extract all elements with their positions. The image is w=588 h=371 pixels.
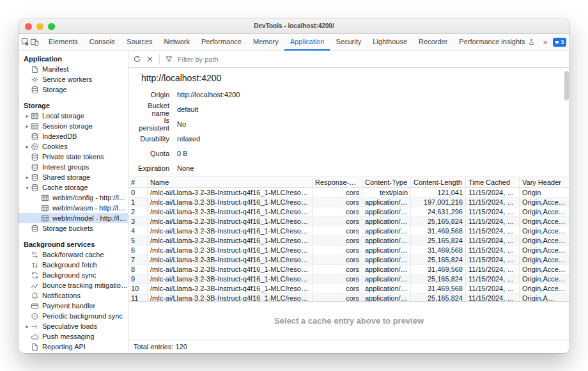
toolbar-divider — [159, 54, 160, 65]
tab-console[interactable]: Console — [84, 34, 121, 51]
sidebar-item-payment-handler[interactable]: Payment handler — [19, 301, 128, 311]
sidebar-item-push-messaging[interactable]: Push messaging — [19, 331, 128, 342]
table-cell: 11/15/2024, 10… — [466, 188, 520, 197]
sidebar-item-private-state-tokens[interactable]: Private state tokens — [19, 152, 128, 162]
sidebar-item-back-forward-cache[interactable]: Back/forward cache — [19, 249, 128, 260]
sidebar-item-label: Notifications — [42, 292, 81, 299]
table-row[interactable]: 2/mlc-ai/Llama-3.2-3B-Instruct-q4f16_1-M… — [128, 207, 569, 217]
table-cell: 197,001,216 — [411, 198, 466, 207]
table-cell: cors — [313, 207, 362, 216]
tab-performance[interactable]: Performance — [196, 34, 247, 51]
table-cell: /mlc-ai/Llama-3.2-3B-Instruct-q4f16_1-ML… — [148, 217, 313, 226]
column-header-[interactable]: # — [128, 177, 148, 187]
sidebar-item-speculative-loads[interactable]: ▸Speculative loads — [19, 321, 128, 331]
table-row[interactable]: 11/mlc-ai/Llama-3.2-3B-Instruct-q4f16_1-… — [128, 294, 569, 301]
column-header-content-type[interactable]: Content-Type — [362, 177, 411, 187]
chevron-right-icon[interactable]: ▸ — [24, 113, 31, 119]
table-cell: application/oc… — [362, 236, 411, 245]
sidebar-item-weblm-model-http-loc[interactable]: weblm/model - http://loc… — [19, 213, 128, 223]
delete-selected-button[interactable] — [146, 55, 154, 63]
zoom-button[interactable] — [48, 23, 55, 30]
sync-icon — [31, 271, 39, 280]
column-header-name[interactable]: Name — [148, 177, 313, 187]
tab-label: Console — [89, 38, 115, 45]
sidebar-item-periodic-background-sync[interactable]: Periodic background sync — [19, 311, 128, 321]
filter-input[interactable]: Filter by path — [178, 56, 219, 63]
sidebar-item-cache-storage[interactable]: ▾Cache storage — [19, 182, 128, 193]
table-row[interactable]: 10/mlc-ai/Llama-3.2-3B-Instruct-q4f16_1-… — [128, 284, 569, 294]
sidebar-item-interest-groups[interactable]: Interest groups — [19, 162, 128, 172]
table-cell: /mlc-ai/Llama-3.2-3B-Instruct-q4f16_1-ML… — [148, 207, 313, 216]
table-row[interactable]: 8/mlc-ai/Llama-3.2-3B-Instruct-q4f16_1-M… — [128, 265, 569, 274]
sidebar-item-shared-storage[interactable]: ▸Shared storage — [19, 172, 128, 182]
column-header-response-type[interactable]: Response-Type — [313, 177, 362, 187]
tab-recorder[interactable]: Recorder — [413, 34, 453, 51]
tab-performance-insights[interactable]: Performance insights — [453, 34, 540, 51]
table-row[interactable]: 6/mlc-ai/Llama-3.2-3B-Instruct-q4f16_1-M… — [128, 246, 569, 255]
table-row[interactable]: 4/mlc-ai/Llama-3.2-3B-Instruct-q4f16_1-M… — [128, 226, 569, 236]
tab-elements[interactable]: Elements — [43, 34, 84, 51]
more-tabs-button[interactable]: » — [543, 38, 548, 46]
table-row[interactable]: 0/mlc-ai/Llama-3.2-3B-Instruct-q4f16_1-M… — [128, 188, 569, 198]
sidebar-item-label: Session storage — [42, 122, 93, 130]
chevron-down-icon[interactable]: ▾ — [24, 185, 31, 191]
sidebar-item-service-workers[interactable]: Service workers — [19, 74, 128, 84]
table-row[interactable]: 1/mlc-ai/Llama-3.2-3B-Instruct-q4f16_1-M… — [128, 198, 569, 207]
table-cell: 1 — [128, 198, 148, 207]
sidebar-item-local-storage[interactable]: ▸Local storage — [19, 111, 128, 121]
close-button[interactable] — [25, 23, 32, 30]
bell-icon — [31, 292, 39, 300]
tab-network[interactable]: Network — [159, 34, 196, 51]
sidebar-item-background-fetch[interactable]: Background fetch — [19, 260, 128, 270]
table-cell: 11/15/2024, 10… — [466, 284, 520, 293]
table-cell: application/oc… — [362, 255, 411, 264]
column-header-time-cached[interactable]: Time Cached — [466, 177, 520, 187]
sidebar-section-title-application: Application — [19, 54, 128, 64]
tab-application[interactable]: Application — [284, 34, 330, 51]
vertical-scrollbar[interactable] — [564, 71, 569, 100]
sidebar-item-reporting-api[interactable]: Reporting API — [19, 342, 128, 352]
sidebar-item-storage[interactable]: Storage — [19, 84, 128, 95]
preview-pane: Select a cache entry above to preview — [128, 301, 569, 340]
minimize-button[interactable] — [36, 23, 43, 30]
devtools-tab-bar: ElementsConsoleSourcesNetworkPerformance… — [19, 34, 569, 51]
tab-memory[interactable]: Memory — [247, 34, 284, 51]
table-row[interactable]: 3/mlc-ai/Llama-3.2-3B-Instruct-q4f16_1-M… — [128, 217, 569, 226]
sidebar-item-background-sync[interactable]: Background sync — [19, 270, 128, 280]
table-cell: /mlc-ai/Llama-3.2-3B-Instruct-q4f16_1-ML… — [148, 246, 313, 255]
refresh-button[interactable] — [133, 55, 141, 63]
sidebar-item-session-storage[interactable]: ▸Session storage — [19, 121, 128, 131]
sidebar-item-label: IndexedDB — [42, 132, 77, 140]
sidebar-item-manifest[interactable]: Manifest — [19, 64, 128, 74]
issues-counter-button[interactable]: 3 — [553, 38, 566, 47]
tab-lighthouse[interactable]: Lighthouse — [367, 34, 413, 51]
tab-security[interactable]: Security — [330, 34, 367, 51]
database-icon — [31, 225, 39, 233]
sidebar-item-cookies[interactable]: ▸Cookies — [19, 141, 128, 152]
table-cell: 25,165,824 — [411, 274, 466, 283]
database-icon — [31, 184, 39, 192]
sidebar-item-indexeddb[interactable]: IndexedDB — [19, 131, 128, 141]
column-header-content-length[interactable]: Content-Length — [411, 177, 466, 187]
table-cell: cors — [313, 294, 362, 301]
inspect-cursor-icon — [21, 38, 30, 47]
chevron-right-icon[interactable]: ▸ — [24, 324, 31, 329]
chevron-right-icon[interactable]: ▸ — [24, 144, 31, 150]
table-icon — [31, 122, 39, 130]
table-row[interactable]: 5/mlc-ai/Llama-3.2-3B-Instruct-q4f16_1-M… — [128, 236, 569, 246]
chevron-right-icon[interactable]: ▸ — [24, 175, 31, 180]
sidebar-item-storage-buckets[interactable]: Storage buckets — [19, 223, 128, 233]
sidebar-item-weblm-config-http-loc[interactable]: weblm/config - http://loc… — [19, 193, 128, 203]
chevron-right-icon[interactable]: ▸ — [24, 123, 31, 129]
sidebar-item-bounce-tracking-mitigations[interactable]: Bounce tracking mitigations — [19, 280, 128, 290]
column-header-vary-header[interactable]: Vary Header — [520, 177, 569, 187]
table-row[interactable]: 9/mlc-ai/Llama-3.2-3B-Instruct-q4f16_1-M… — [128, 274, 569, 284]
tab-sources[interactable]: Sources — [121, 34, 158, 51]
inspect-element-button[interactable] — [21, 34, 30, 51]
sidebar-item-weblm-wasm-http-loca[interactable]: weblm/wasm - http://loca… — [19, 203, 128, 213]
table-row[interactable]: 7/mlc-ai/Llama-3.2-3B-Instruct-q4f16_1-M… — [128, 255, 569, 265]
device-toolbar-button[interactable] — [30, 34, 39, 51]
sidebar-item-notifications[interactable]: Notifications — [19, 290, 128, 301]
issues-bubble-icon — [555, 41, 559, 43]
sidebar-section-title-background-services: Background services — [19, 239, 128, 249]
